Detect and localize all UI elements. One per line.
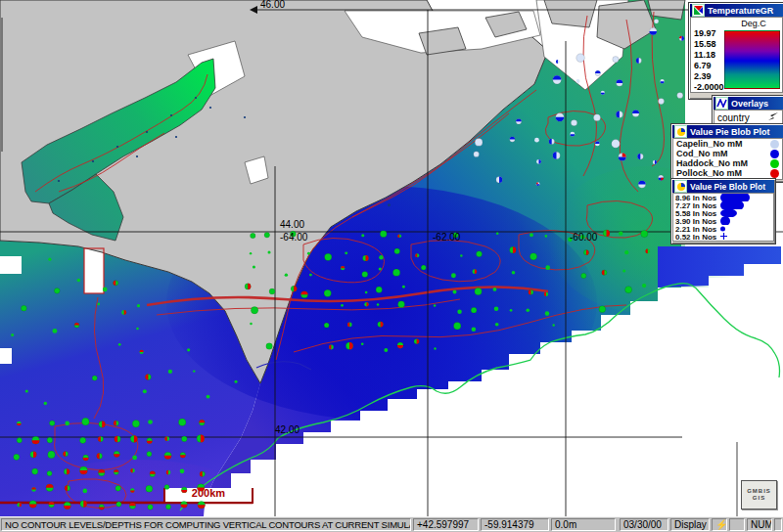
status-message: NO CONTOUR LEVELS/DEPTHS FOR COMPUTING V…: [1, 518, 411, 531]
species-color-dot: [770, 140, 779, 149]
size-blob-glyph: [720, 233, 754, 241]
map-viewport[interactable]: 200km46.0044.00-64.00-62.00-60.0042.00: [0, 0, 783, 516]
gmbis-gis-logo-button[interactable]: GMBIS GIS: [741, 480, 777, 510]
logo-line-1: GMBIS: [747, 488, 771, 495]
status-latitude: +42.597997: [413, 518, 479, 531]
size-blob-glyph: [720, 225, 754, 233]
legend-sizes-panel: Value Pie Blob Plot 8.96 In Nos7.27 In N…: [670, 178, 776, 244]
gis-application-window: 200km46.0044.00-64.00-62.00-60.0042.00 T…: [0, 0, 783, 532]
hand-cursor-icon: [767, 111, 779, 123]
overlays-title: Overlays: [731, 99, 768, 109]
temperature-value: 19.97: [694, 28, 724, 39]
legend-sizes-titlebar[interactable]: Value Pie Blob Plot: [672, 180, 774, 193]
status-depth: 0.0m: [551, 518, 616, 531]
temperature-colorbar: [724, 30, 780, 89]
pie-plot-icon: [674, 125, 687, 138]
overlay-item-label[interactable]: country: [717, 112, 750, 123]
size-label: 0.52 In Nos: [675, 233, 720, 242]
species-legend-row: Capelin_No mM: [673, 139, 782, 149]
temperature-value: 11.18: [694, 50, 724, 61]
temperature-value: 6.79: [694, 61, 724, 71]
temperature-value: -2.0000: [694, 82, 724, 93]
species-label: Pollock_No mM: [676, 168, 742, 178]
temperature-unit-label: Deg.C: [726, 19, 781, 28]
map-canvas[interactable]: 200km46.0044.00-64.00-62.00-60.0042.00: [0, 0, 783, 516]
status-date: 03/30/00: [620, 518, 668, 531]
legend-temperature-titlebar[interactable]: TemperatureGR: [690, 4, 783, 17]
species-legend-row: Haddock_No mM: [673, 158, 782, 168]
legend-temperature-title: TemperatureGR: [708, 6, 773, 16]
temperature-value: 15.58: [694, 39, 724, 50]
species-color-dot: [770, 159, 779, 168]
logo-line-2: GIS: [753, 495, 765, 502]
species-color-dot: [770, 150, 779, 158]
grid-label: 42.00: [275, 424, 299, 435]
status-longitude: -59.914379: [481, 518, 549, 531]
legend-species-title: Value Pie Blob Plot: [690, 127, 770, 137]
grid-label: 46.00: [260, 0, 285, 10]
species-label: Cod_No mM: [676, 149, 728, 158]
grid-label: -60.00: [570, 232, 598, 243]
temperature-legend-icon: [692, 4, 705, 17]
size-blob-glyph: [720, 194, 754, 201]
legend-species-panel: Value Pie Blob Plot Capelin_No mMCod_No …: [670, 123, 783, 183]
pie-plot-icon: [674, 180, 687, 193]
status-num-lock: NUM: [747, 518, 772, 531]
status-bar: NO CONTOUR LEVELS/DEPTHS FOR COMPUTING V…: [0, 516, 783, 532]
species-legend-row: Cod_No mM: [673, 149, 782, 158]
species-color-dot: [770, 169, 779, 178]
lightning-icon: ⚡: [715, 519, 727, 530]
scale-bar-label: 200km: [192, 487, 225, 499]
overlays-titlebar[interactable]: Overlays: [714, 97, 783, 110]
species-legend-row: Pollock_No mM: [673, 168, 782, 178]
species-label: Haddock_No mM: [676, 158, 748, 168]
size-blob-glyph: [720, 209, 754, 217]
status-lightning-panel[interactable]: ⚡: [712, 518, 727, 531]
legend-sizes-title: Value Pie Blob Plot: [690, 182, 765, 192]
temperature-value: 2.39: [694, 71, 724, 82]
status-display-toggle[interactable]: Display: [670, 518, 710, 531]
size-blob-glyph: [720, 217, 754, 225]
grid-label: -64.00: [280, 232, 308, 243]
status-tail-panel: [774, 518, 782, 531]
polyline-icon: [715, 97, 728, 110]
grid-label: 44.00: [280, 219, 304, 230]
grid-label: -62.00: [433, 232, 461, 243]
species-label: Capelin_No mM: [676, 139, 743, 149]
size-blob-glyph: [720, 201, 754, 209]
legend-temperature-panel: TemperatureGR Deg.C 19.9715.5811.186.792…: [688, 2, 783, 100]
size-legend-row: 0.52 In Nos: [673, 233, 773, 241]
legend-sizes-body: 8.96 In Nos7.27 In Nos5.58 In Nos3.90 In…: [672, 193, 774, 242]
status-empty-panel: [729, 518, 745, 531]
temperature-scale-values: 19.9715.5811.186.792.39-2.0000: [694, 28, 724, 93]
legend-species-titlebar[interactable]: Value Pie Blob Plot: [672, 125, 783, 138]
legend-species-body: Capelin_No mMCod_No mMHaddock_No mMPollo…: [672, 138, 783, 180]
